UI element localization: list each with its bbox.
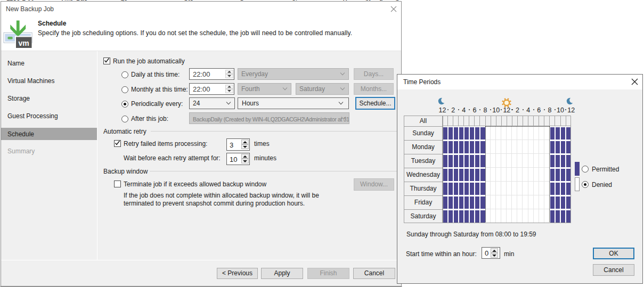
- svg-text:vm: vm: [19, 39, 29, 47]
